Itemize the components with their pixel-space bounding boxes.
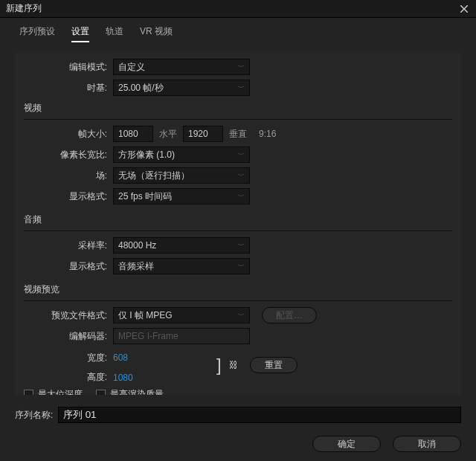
video-section-label: 视频 <box>24 102 452 115</box>
pixel-aspect-select[interactable]: 方形像素 (1.0)﹀ <box>113 146 250 163</box>
fields-label: 场: <box>24 170 113 182</box>
preview-format-label: 预览文件格式: <box>24 309 113 322</box>
chevron-down-icon: ﹀ <box>238 62 245 72</box>
codec-label: 编解码器: <box>24 330 113 343</box>
edit-mode-label: 编辑模式: <box>24 61 113 74</box>
sample-rate-select[interactable]: 48000 Hz﹀ <box>113 237 250 254</box>
aspect-ratio-display: 9:16 <box>253 129 276 139</box>
preview-height-link[interactable]: 1080 <box>113 373 133 383</box>
timebase-label: 时基: <box>24 82 113 94</box>
configure-button: 配置… <box>262 307 317 323</box>
preview-height-label: 高度: <box>24 371 113 384</box>
preview-format-select[interactable]: 仅 I 帧 MPEG﹀ <box>113 307 250 323</box>
preview-width-link[interactable]: 608 <box>113 352 158 363</box>
frame-width-input[interactable]: 1080 <box>113 126 153 142</box>
codec-select: MPEG I-Frame <box>113 328 250 344</box>
edit-mode-select[interactable]: 自定义﹀ <box>113 59 250 75</box>
reset-button[interactable]: 重置 <box>250 357 298 373</box>
max-bit-depth-checkbox[interactable]: 最大位深度 <box>24 388 83 395</box>
vertical-label: 垂直 <box>223 128 253 141</box>
tab-preset[interactable]: 序列预设 <box>19 25 55 42</box>
cancel-button[interactable]: 取消 <box>393 436 461 452</box>
chevron-down-icon: ﹀ <box>238 262 245 271</box>
fields-select[interactable]: 无场（逐行扫描）﹀ <box>113 167 250 184</box>
sequence-name-input[interactable] <box>58 407 461 423</box>
audio-display-format-select[interactable]: 音频采样﹀ <box>113 258 250 274</box>
chevron-down-icon: ﹀ <box>238 150 245 160</box>
tab-tracks[interactable]: 轨道 <box>106 25 123 42</box>
preview-width-label: 宽度: <box>24 352 113 364</box>
chevron-down-icon: ﹀ <box>238 83 245 93</box>
link-icon[interactable]: ⛓ <box>225 360 242 370</box>
dialog-footer: 确定 取消 <box>312 436 461 452</box>
sequence-name-label: 序列名称: <box>15 409 58 422</box>
display-format-label: 显示格式: <box>24 190 113 203</box>
sample-rate-label: 采样率: <box>24 239 113 252</box>
window-title: 新建序列 <box>6 2 42 15</box>
sequence-name-row: 序列名称: <box>15 407 461 423</box>
pixel-aspect-label: 像素长宽比: <box>24 149 113 161</box>
horizontal-label: 水平 <box>153 128 183 141</box>
chevron-down-icon: ﹀ <box>238 192 245 202</box>
display-format-select[interactable]: 25 fps 时间码﹀ <box>113 188 250 204</box>
chevron-down-icon: ﹀ <box>238 241 245 251</box>
tab-vr[interactable]: VR 视频 <box>140 25 173 42</box>
ok-button[interactable]: 确定 <box>312 436 381 452</box>
timebase-select[interactable]: 25.00 帧/秒﹀ <box>113 80 250 96</box>
audio-section-label: 音频 <box>24 213 452 226</box>
bracket-icon: ] <box>213 356 225 374</box>
chevron-down-icon: ﹀ <box>238 311 245 320</box>
preview-section-label: 视频预览 <box>24 283 452 296</box>
tab-bar: 序列预设 设置 轨道 VR 视频 <box>15 25 461 42</box>
frame-height-input[interactable]: 1920 <box>183 126 223 142</box>
frame-size-label: 帧大小: <box>24 128 113 141</box>
tab-settings[interactable]: 设置 <box>71 25 89 42</box>
settings-panel: 编辑模式: 自定义﹀ 时基: 25.00 帧/秒﹀ 视频 帧大小: 1080 水… <box>15 53 461 395</box>
titlebar: 新建序列 <box>0 0 476 18</box>
audio-display-format-label: 显示格式: <box>24 260 113 273</box>
chevron-down-icon: ﹀ <box>238 171 245 181</box>
max-render-quality-checkbox[interactable]: 最高渲染质量 <box>96 388 164 395</box>
close-icon[interactable] <box>458 3 470 15</box>
dialog-content: 序列预设 设置 轨道 VR 视频 编辑模式: 自定义﹀ 时基: 25.00 帧/… <box>0 18 476 461</box>
